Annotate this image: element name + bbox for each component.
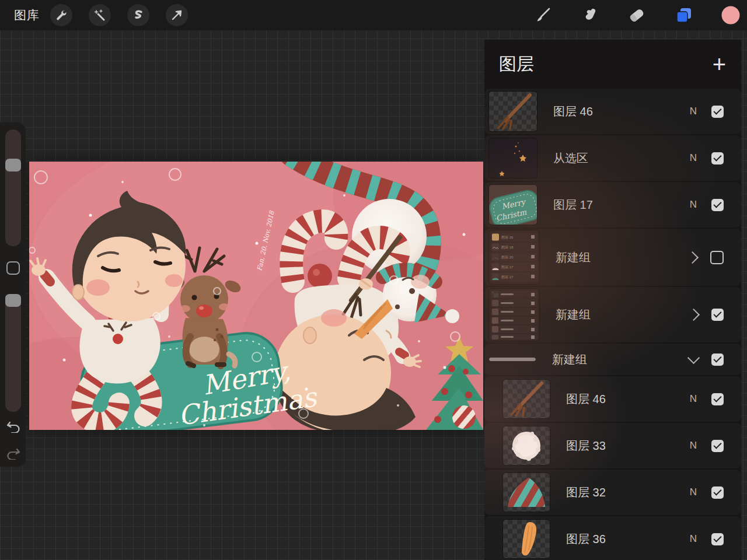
group-name: 新建组 <box>552 352 683 368</box>
layer-thumbnail-stars <box>489 138 537 178</box>
drawing-canvas[interactable]: Merry, Christmas <box>29 162 483 430</box>
color-circle-icon <box>721 5 741 25</box>
blend-mode-button[interactable]: N <box>683 393 703 405</box>
layer-thumbnail-carrot <box>503 520 550 558</box>
svg-text:图层 26: 图层 26 <box>501 236 514 240</box>
layer-visibility-checkbox[interactable] <box>711 106 724 118</box>
blend-mode-button[interactable]: N <box>683 152 703 164</box>
top-toolbar: 图库 <box>0 0 747 30</box>
smudge-tool-button[interactable] <box>578 4 601 26</box>
svg-text:图层 17: 图层 17 <box>501 265 514 270</box>
layer-row[interactable]: 图层 46 N <box>484 89 741 134</box>
selection-s-icon <box>132 9 145 22</box>
selection-button[interactable] <box>127 4 149 26</box>
blend-mode-button[interactable]: N <box>683 487 703 498</box>
layer-visibility-checkbox[interactable] <box>711 487 724 499</box>
group-collapse-chevron[interactable] <box>683 357 703 362</box>
layer-visibility-checkbox[interactable] <box>711 393 724 405</box>
redo-button[interactable] <box>5 444 22 462</box>
brush-icon <box>534 6 551 24</box>
magic-wand-icon <box>93 9 106 22</box>
layer-name: 从选区 <box>553 150 683 166</box>
blend-mode-button[interactable]: N <box>683 533 703 545</box>
layer-name: 图层 33 <box>566 438 683 454</box>
layer-name: 图层 32 <box>566 485 683 501</box>
layers-icon <box>675 6 693 24</box>
layer-thumbnail-broom <box>503 380 550 418</box>
group-expand-chevron[interactable] <box>682 253 702 262</box>
gallery-button[interactable]: 图库 <box>14 7 40 23</box>
redo-icon <box>6 447 21 460</box>
layer-visibility-checkbox[interactable] <box>711 440 724 452</box>
group-row[interactable]: 图层 26 图层 18 图层 20 图层 17 <box>484 229 741 286</box>
blend-mode-button[interactable]: N <box>683 199 703 211</box>
brush-size-slider[interactable] <box>5 130 21 246</box>
svg-text:图层 18: 图层 18 <box>501 246 514 250</box>
layer-row[interactable]: 图层 32 N <box>484 470 741 515</box>
layer-visibility-checkbox[interactable] <box>711 533 724 545</box>
layer-row[interactable]: 从选区 N <box>484 135 741 181</box>
blend-mode-button[interactable]: N <box>683 106 703 117</box>
modify-button[interactable] <box>6 261 20 275</box>
layer-thumbnail-hat <box>503 473 550 512</box>
layer-name: 图层 46 <box>553 104 683 120</box>
undo-button[interactable] <box>5 418 22 435</box>
group-expand-chevron[interactable] <box>683 310 703 319</box>
group-thumbnail-bar <box>489 358 536 361</box>
layers-panel-header: 图层 + <box>484 40 741 89</box>
brush-opacity-handle[interactable] <box>5 294 21 307</box>
layer-name: 图层 46 <box>566 391 683 407</box>
group-thumbnail: 图层 26 图层 18 图层 20 图层 17 <box>489 230 539 284</box>
layer-row[interactable]: 图层 33 N <box>484 423 741 468</box>
brush-opacity-slider[interactable] <box>5 295 21 412</box>
layer-thumbnail-broom <box>489 92 537 131</box>
layer-thumbnail-snowball <box>503 426 550 465</box>
svg-text:图层 17: 图层 17 <box>501 275 514 279</box>
brush-controls-sidebar <box>0 123 26 467</box>
smudge-finger-icon <box>581 6 598 24</box>
brush-size-handle[interactable] <box>5 159 21 172</box>
layer-visibility-checkbox[interactable] <box>711 354 724 366</box>
eraser-icon <box>628 6 645 24</box>
layer-list: 图层 46 N 从选区 N <box>484 89 741 560</box>
color-swatch-button[interactable] <box>720 4 742 26</box>
layers-tool-button[interactable] <box>673 4 695 26</box>
layer-visibility-checkbox[interactable] <box>711 152 724 164</box>
layer-row[interactable]: 图层 36 N <box>484 516 741 560</box>
layers-panel: 图层 + 图层 46 N <box>484 40 741 560</box>
add-layer-button[interactable]: + <box>713 55 726 73</box>
brush-tool-button[interactable] <box>532 4 554 26</box>
blend-mode-button[interactable]: N <box>683 440 703 452</box>
transform-button[interactable] <box>166 4 188 26</box>
group-name: 新建组 <box>556 250 682 265</box>
layer-name: 图层 36 <box>566 531 683 547</box>
undo-icon <box>6 420 21 433</box>
layer-name: 图层 17 <box>553 197 683 213</box>
group-thumbnail <box>489 289 539 341</box>
layer-thumbnail-pillow: Merry Christm <box>489 185 537 225</box>
layers-panel-title: 图层 <box>499 52 534 76</box>
group-row[interactable]: 新建组 <box>484 287 741 342</box>
layer-row[interactable]: 图层 46 N <box>484 376 741 422</box>
layer-visibility-checkbox[interactable] <box>711 309 724 321</box>
wrench-icon <box>55 9 68 22</box>
eraser-tool-button[interactable] <box>626 4 648 26</box>
app-window: 图库 <box>0 0 747 560</box>
layer-visibility-checkbox[interactable] <box>711 199 724 211</box>
group-name: 新建组 <box>556 307 683 323</box>
group-row-expanded[interactable]: 新建组 <box>484 344 741 375</box>
actions-wrench-button[interactable] <box>50 4 72 26</box>
adjustments-button[interactable] <box>89 4 111 26</box>
layer-row[interactable]: Merry Christm 图层 17 N <box>484 182 741 228</box>
layer-visibility-checkbox[interactable] <box>710 251 724 264</box>
arrow-cursor-icon <box>170 9 183 22</box>
svg-text:图层 20: 图层 20 <box>501 256 514 260</box>
